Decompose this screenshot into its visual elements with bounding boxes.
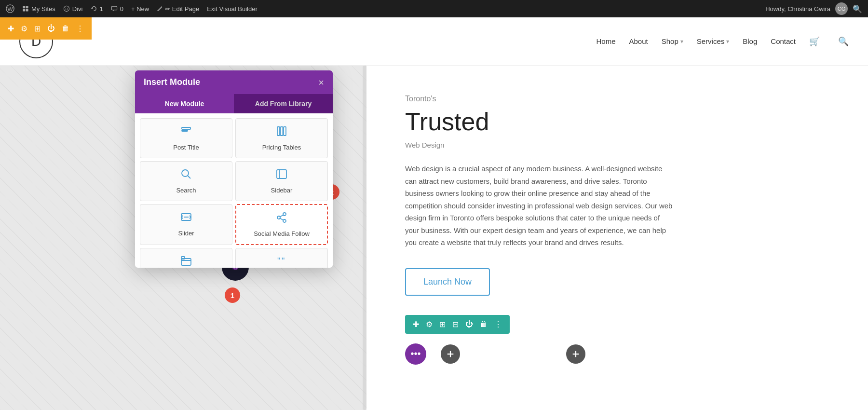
avatar[interactable]: CG: [835, 2, 848, 15]
divi-label: Divi: [72, 5, 83, 13]
svg-rect-5: [26, 9, 28, 12]
search-label: Search: [176, 187, 196, 194]
svg-point-22: [283, 219, 286, 222]
green-settings-icon[interactable]: ⚙: [426, 320, 433, 329]
divi-item[interactable]: D Divi: [63, 5, 83, 13]
dots-menu-button[interactable]: •••: [405, 343, 426, 365]
nav-shop[interactable]: Shop ▾: [662, 37, 683, 45]
svg-point-20: [283, 213, 286, 216]
green-toolbar: ✚ ⚙ ⊞ ⊟ ⏻ 🗑 ⋮: [405, 315, 510, 334]
module-post-title[interactable]: Post Title: [140, 118, 232, 158]
svg-text:": ": [282, 256, 285, 266]
updates-item[interactable]: 1: [91, 5, 103, 13]
svg-line-24: [280, 215, 284, 217]
nav-blog[interactable]: Blog: [743, 37, 757, 45]
module-social-media-follow[interactable]: Social Media Follow: [235, 204, 328, 245]
exit-visual-builder-item[interactable]: Exit Visual Builder: [207, 5, 258, 13]
wp-logo-item[interactable]: W: [6, 4, 14, 13]
add-section-button[interactable]: [441, 344, 460, 364]
launch-now-button[interactable]: Launch Now: [405, 268, 490, 296]
scrollbar[interactable]: [363, 66, 366, 410]
green-power-icon[interactable]: ⏻: [465, 320, 473, 328]
new-item[interactable]: + New: [131, 5, 149, 13]
svg-rect-12: [281, 127, 283, 136]
search-icon[interactable]: 🔍: [838, 36, 849, 47]
modal-body: Post Title Pricing Tables Search: [135, 113, 333, 268]
module-slider[interactable]: Slider: [140, 204, 232, 245]
tab-add-from-library[interactable]: Add From Library: [234, 94, 333, 113]
updates-count: 1: [100, 5, 103, 13]
social-media-follow-icon: [276, 212, 287, 226]
green-more-icon[interactable]: ⋮: [494, 320, 502, 329]
svg-rect-11: [277, 127, 280, 136]
tab-new-module[interactable]: New Module: [135, 94, 234, 113]
nav-contact[interactable]: Contact: [771, 37, 796, 45]
module-tabs[interactable]: Tabs: [140, 248, 232, 268]
nav-services[interactable]: Services ▾: [697, 37, 730, 45]
content-subtitle: Toronto's: [405, 95, 829, 103]
social-media-follow-label: Social Media Follow: [254, 230, 310, 237]
tabs-icon: [180, 255, 192, 268]
edit-page-label: ✏ Edit Page: [165, 5, 199, 13]
post-title-label: Post Title: [173, 144, 199, 151]
green-columns-icon[interactable]: ⊞: [439, 320, 446, 329]
admin-greeting: Howdy, Christina Gwira: [765, 5, 830, 13]
module-pricing-tables[interactable]: Pricing Tables: [235, 118, 328, 158]
slider-icon: [180, 211, 192, 226]
sidebar-icon: [276, 168, 287, 183]
svg-rect-3: [26, 6, 28, 8]
svg-rect-4: [23, 9, 25, 12]
svg-rect-2: [23, 6, 25, 8]
cart-icon[interactable]: 🛒: [809, 36, 820, 47]
add-column-button[interactable]: [566, 344, 585, 364]
more-icon[interactable]: ⋮: [76, 24, 84, 33]
module-testimonial[interactable]: "" Testimonial: [235, 248, 328, 268]
builder-area: Insert Module × New Module Add From Libr…: [0, 66, 366, 410]
layout-icon[interactable]: ⊞: [34, 24, 41, 33]
shop-dropdown-icon: ▾: [680, 38, 683, 45]
settings-icon[interactable]: ⚙: [21, 24, 27, 33]
my-sites-label: My Sites: [31, 5, 55, 13]
main-content: Insert Module × New Module Add From Libr…: [0, 66, 868, 410]
module-sidebar[interactable]: Sidebar: [235, 161, 328, 201]
step-1-number: 1: [231, 291, 234, 300]
slider-label: Slider: [178, 230, 194, 237]
svg-rect-26: [181, 257, 185, 259]
power-icon[interactable]: ⏻: [47, 24, 55, 33]
modal-header: Insert Module ×: [135, 70, 333, 94]
green-add-icon[interactable]: ✚: [413, 320, 419, 329]
search-icon: [180, 168, 192, 183]
content-title: Trusted: [405, 107, 829, 136]
modal-close-button[interactable]: ×: [318, 78, 324, 87]
svg-rect-16: [277, 170, 286, 178]
nav-about[interactable]: About: [629, 37, 648, 45]
svg-rect-8: [111, 6, 117, 10]
svg-point-21: [277, 216, 280, 219]
my-sites-item[interactable]: My Sites: [22, 5, 55, 13]
admin-bar: W My Sites D Divi 1 0 + New ✏ Edit Page …: [0, 0, 868, 17]
module-search[interactable]: Search: [140, 161, 232, 201]
svg-line-23: [280, 219, 284, 220]
content-area: Toronto's Trusted Web Design Web design …: [366, 66, 868, 410]
edit-page-item[interactable]: ✏ Edit Page: [157, 5, 199, 13]
pricing-tables-label: Pricing Tables: [262, 144, 301, 151]
svg-rect-9: [182, 127, 190, 129]
admin-bar-right: Howdy, Christina Gwira CG 🔍: [765, 2, 862, 15]
green-delete-icon[interactable]: 🗑: [480, 320, 488, 328]
bottom-add-area: •••: [405, 343, 829, 365]
sidebar-label: Sidebar: [271, 187, 293, 194]
nav-home[interactable]: Home: [596, 37, 615, 45]
add-icon[interactable]: ✚: [8, 24, 14, 33]
svg-text:D: D: [65, 7, 68, 11]
site-nav: Home About Shop ▾ Services ▾ Blog Contac…: [596, 36, 849, 47]
admin-search-icon[interactable]: 🔍: [853, 4, 862, 14]
comments-item[interactable]: 0: [111, 5, 123, 13]
delete-icon[interactable]: 🗑: [62, 24, 69, 33]
modal-tabs: New Module Add From Library: [135, 94, 333, 113]
svg-text:W: W: [8, 6, 13, 12]
modal-title: Insert Module: [144, 77, 200, 87]
content-category: Web Design: [405, 141, 829, 149]
green-table-icon[interactable]: ⊟: [452, 320, 459, 329]
testimonial-icon: "": [276, 255, 287, 268]
services-dropdown-icon: ▾: [726, 38, 729, 45]
